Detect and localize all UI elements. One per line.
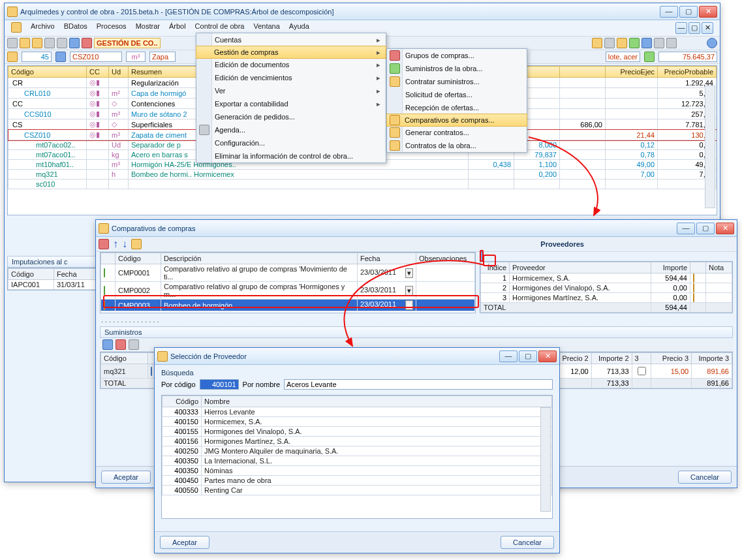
tool-icon[interactable] (7, 38, 18, 48)
date-picker-button[interactable]: ▾ (405, 300, 413, 310)
col-desc[interactable]: Descripción (161, 253, 358, 264)
table-row[interactable]: 400350Nóminas (162, 466, 552, 476)
table-row[interactable]: 400550Renting Car (162, 486, 552, 495)
table-row[interactable]: 400250JMG Montero Alquiler de maquinaria… (162, 446, 552, 456)
tool-icon[interactable] (617, 38, 627, 48)
cancel-button[interactable]: Cancelar (501, 536, 554, 549)
menu-item[interactable]: Eliminar la información de control de ob… (196, 149, 386, 163)
add-proveedor-button[interactable] (480, 250, 484, 262)
col-7[interactable] (560, 67, 606, 78)
arrow-up-icon[interactable]: ↑ (113, 238, 118, 250)
scrollbar[interactable] (540, 407, 551, 512)
menu-item[interactable]: Edición de vencimientos (196, 71, 386, 84)
col-i3[interactable]: Importe 3 (692, 353, 732, 364)
table-row[interactable]: CMP0001Comparativo relativo al grupo de … (101, 264, 475, 282)
menu-item[interactable]: Grupos de compras... (387, 49, 527, 62)
loc-num[interactable]: 45 (22, 52, 52, 62)
tool-icon[interactable] (629, 38, 640, 48)
col-i2[interactable]: Importe 2 (591, 353, 632, 364)
loc-code[interactable]: CSZ010 (70, 52, 122, 62)
menu-item[interactable]: Edición de documentos (196, 58, 386, 71)
menu-item[interactable]: Agenda... (196, 123, 386, 136)
date-picker-button[interactable]: ▾ (405, 268, 413, 278)
menu-item[interactable]: Contratar suministros... (387, 75, 527, 88)
minimize-button[interactable]: — (499, 350, 518, 362)
tool-icon[interactable] (57, 38, 67, 48)
col-prov[interactable]: Proveedor (510, 262, 651, 273)
menu-item[interactable]: Contratos de la obra... (387, 139, 527, 152)
col-codigo[interactable]: Código (116, 253, 161, 264)
mail-icon[interactable] (693, 273, 694, 283)
tool-icon[interactable] (642, 38, 652, 48)
menu-archivo[interactable]: Archivo (31, 22, 55, 34)
col-precioprob[interactable]: PrecioProbable (658, 67, 717, 78)
loc-exp-icon[interactable] (644, 52, 655, 62)
close-button[interactable]: ✕ (716, 223, 734, 234)
accept-button[interactable]: Aceptar (101, 471, 151, 484)
menu-item[interactable]: Gestión de compras (196, 46, 386, 59)
mail-icon[interactable] (693, 283, 694, 292)
help-icon[interactable] (707, 38, 717, 48)
table-row[interactable]: 400450Partes mano de obra (162, 476, 552, 486)
col-codigo[interactable]: Código (162, 396, 202, 407)
table-row[interactable]: 400333Hierros Levante (162, 407, 552, 417)
minimize-button[interactable]: — (677, 223, 695, 234)
menu-item[interactable]: Cuentas (196, 33, 386, 46)
table-row[interactable]: 400350La Internacional, S.L. (162, 456, 552, 466)
check-3[interactable] (638, 367, 646, 375)
tool-icon[interactable] (129, 339, 139, 350)
menu-item[interactable]: Suministros de la obra... (387, 62, 527, 75)
table-row[interactable]: CMP0002Comparativo relativo al grupo de … (101, 282, 475, 300)
col-codigo[interactable]: Código (8, 67, 87, 78)
table-row[interactable]: 400150Hormicemex, S.A. (162, 417, 552, 427)
close-button[interactable]: ✕ (538, 350, 557, 362)
menu-item[interactable]: Generar contratos... (387, 126, 527, 139)
open-icon[interactable] (20, 38, 30, 48)
col-3[interactable]: 3 (632, 353, 651, 364)
menu-mostrar[interactable]: Mostrar (136, 22, 160, 34)
active-tab[interactable]: GESTIÓN DE CO.. (94, 38, 161, 48)
table-row[interactable]: CMP0003Bombeo de hormigón23/03/2011 ▾ (101, 300, 475, 311)
nav-icon[interactable] (7, 52, 18, 62)
code-input[interactable]: 400101 (200, 379, 239, 390)
table-row[interactable]: 2Hormigones del Vinalopó, S.A.0,00 (481, 283, 732, 293)
save-icon[interactable] (69, 38, 80, 48)
menu-item[interactable]: Ver (196, 84, 386, 97)
menu-item[interactable]: Comparativos de compras... (386, 114, 527, 127)
col-ud[interactable]: Ud (109, 67, 129, 78)
arrow-down-icon[interactable]: ↓ (122, 238, 127, 250)
date-picker-button[interactable]: ▾ (405, 286, 413, 296)
proveedor-list[interactable]: Código Nombre 400333Hierros Levante40015… (161, 395, 553, 519)
table-row[interactable]: 1Hormicemex, S.A.594,44 (481, 273, 732, 283)
table-row[interactable]: 400155Hormigones del Vinalopó, S.A. (162, 427, 552, 437)
col-importe[interactable]: Importe (651, 262, 690, 273)
mdi-close-button[interactable]: ✕ (702, 22, 713, 34)
new-icon[interactable] (32, 38, 42, 48)
tool-icon[interactable] (666, 38, 677, 48)
name-input[interactable]: Aceros Levante (284, 379, 553, 390)
maximize-button[interactable]: ▢ (696, 223, 715, 234)
delete-icon[interactable] (116, 339, 126, 350)
tool-icon[interactable] (44, 38, 55, 48)
tool-icon[interactable] (604, 38, 615, 48)
menu-procesos[interactable]: Procesos (97, 22, 127, 34)
mail-icon[interactable] (693, 293, 694, 302)
maximize-button[interactable]: ▢ (519, 350, 537, 362)
tree-row[interactable]: sc010 (8, 179, 717, 189)
col-fecha[interactable]: Fecha (358, 253, 416, 264)
menu-item[interactable]: Generación de pedidos... (196, 110, 386, 123)
col-nombre[interactable]: Nombre (202, 396, 552, 407)
tool-icon[interactable] (654, 38, 664, 48)
table-row[interactable]: 400156Hormigones Martínez, S.A. (162, 437, 552, 446)
col-indice[interactable]: Índice (481, 262, 510, 273)
menu-bdatos[interactable]: BDatos (64, 22, 87, 34)
col-codigo[interactable]: Código (101, 353, 148, 364)
col-obs[interactable]: Observaciones (416, 253, 475, 264)
col-cc[interactable]: CC (87, 67, 109, 78)
mdi-restore-button[interactable]: ▢ (688, 22, 700, 34)
scrollbar[interactable] (705, 86, 715, 208)
menu-item[interactable]: Recepción de ofertas... (387, 101, 527, 114)
accept-button[interactable]: Aceptar (160, 536, 209, 549)
menu-item[interactable]: Solicitud de ofertas... (387, 88, 527, 101)
col-nota[interactable]: Nota (706, 262, 732, 273)
